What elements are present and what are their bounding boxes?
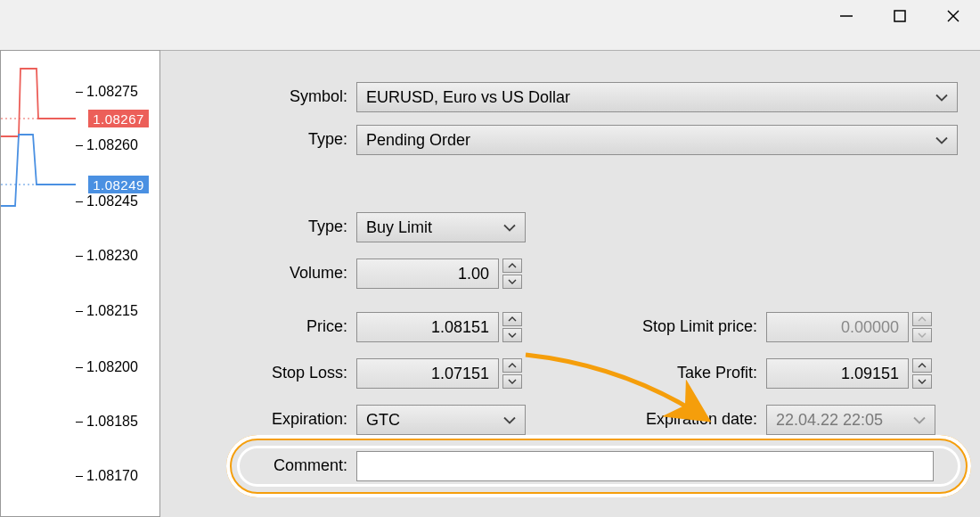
symbol-value: EURUSD, Euro vs US Dollar (366, 88, 570, 107)
axis-tick-label: 1.08230 (86, 248, 138, 264)
axis-tick-label: 1.08170 (86, 468, 138, 484)
order-type-value: Pending Order (366, 131, 470, 150)
bid-price-badge: 1.08249 (88, 176, 149, 193)
axis-tick-label: 1.08200 (86, 359, 138, 375)
order-type-label: Type: (178, 130, 347, 149)
take-profit-decrease-button[interactable] (912, 374, 932, 389)
chevron-down-icon (503, 218, 516, 237)
price-axis-labels: 1.08275 1.08267 1.08260 1.08249 1.08245 … (76, 51, 159, 516)
stop-limit-label: Stop Limit price: (552, 317, 757, 336)
svg-rect-1 (894, 11, 905, 21)
expiration-date-select: 22.04.22 22:05 (766, 405, 935, 435)
stop-limit-decrease-button (912, 328, 932, 342)
volume-input[interactable]: 1.00 (356, 258, 499, 289)
expiration-label: Expiration: (178, 410, 347, 429)
chevron-down-icon (935, 88, 948, 107)
price-input[interactable]: 1.08151 (356, 312, 499, 342)
price-label: Price: (178, 317, 347, 336)
chevron-down-icon (913, 411, 926, 430)
pending-type-label: Type: (178, 217, 347, 236)
expiration-select[interactable]: GTC (356, 405, 526, 435)
minimize-icon (838, 8, 854, 24)
annotation-highlight-ring (226, 435, 971, 497)
stop-loss-input[interactable]: 1.07151 (356, 358, 499, 389)
window-close-button[interactable] (927, 0, 980, 32)
price-increase-button[interactable] (502, 312, 522, 326)
axis-tick-label: 1.08185 (86, 414, 138, 430)
chevron-down-icon (503, 411, 516, 430)
stop-limit-increase-button (912, 312, 932, 326)
axis-tick-label: 1.08275 (86, 84, 138, 100)
expiration-date-value: 22.04.22 22:05 (776, 411, 883, 430)
stop-loss-label: Stop Loss: (178, 364, 347, 382)
titlebar (0, 0, 980, 51)
axis-tick-label: 1.08260 (86, 137, 138, 153)
order-type-select[interactable]: Pending Order (356, 125, 958, 155)
expiration-date-label: Expiration date: (552, 410, 757, 429)
pending-type-select[interactable]: Buy Limit (356, 212, 526, 242)
expiration-value: GTC (366, 411, 400, 430)
volume-label: Volume: (178, 264, 347, 283)
window-maximize-button[interactable] (873, 0, 927, 32)
price-decrease-button[interactable] (502, 328, 522, 342)
volume-increase-button[interactable] (502, 258, 522, 273)
chevron-down-icon (935, 131, 948, 150)
window-minimize-button[interactable] (820, 0, 873, 32)
take-profit-label: Take Profit: (552, 364, 757, 382)
symbol-label: Symbol: (178, 87, 347, 106)
price-chart-plot (1, 51, 76, 516)
maximize-icon (893, 9, 907, 23)
price-chart-axis: 1.08275 1.08267 1.08260 1.08249 1.08245 … (0, 50, 160, 517)
pending-type-value: Buy Limit (366, 218, 432, 237)
take-profit-increase-button[interactable] (912, 358, 932, 373)
ask-price-badge: 1.08267 (88, 110, 149, 127)
stop-limit-input: 0.00000 (766, 312, 909, 342)
stop-loss-decrease-button[interactable] (502, 374, 522, 389)
symbol-select[interactable]: EURUSD, Euro vs US Dollar (356, 82, 958, 112)
axis-tick-label: 1.08245 (86, 193, 138, 209)
volume-decrease-button[interactable] (502, 275, 522, 289)
axis-tick-label: 1.08215 (86, 303, 138, 319)
stop-loss-increase-button[interactable] (502, 358, 522, 373)
take-profit-input[interactable]: 1.09151 (766, 358, 909, 389)
close-icon (945, 8, 961, 24)
